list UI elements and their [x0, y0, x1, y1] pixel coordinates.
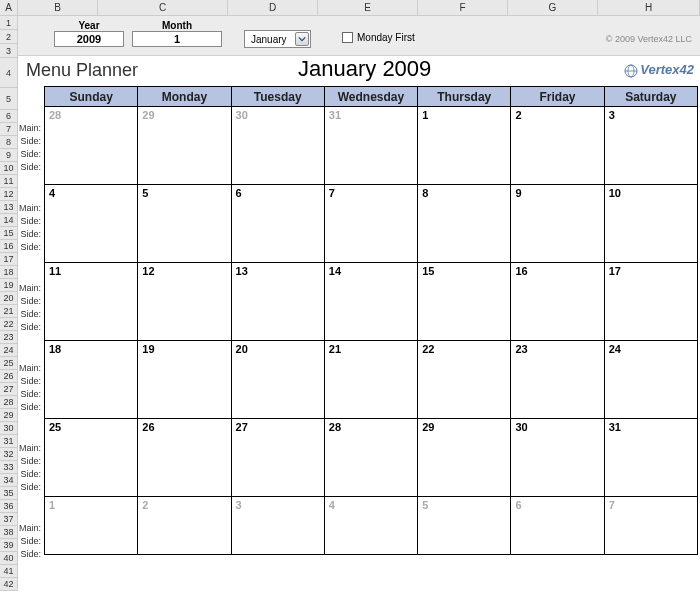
- calendar-cell[interactable]: 7: [604, 497, 697, 555]
- calendar-cell[interactable]: 27: [231, 419, 324, 497]
- calendar-cell[interactable]: 1: [45, 497, 138, 555]
- col-header-e[interactable]: E: [318, 0, 418, 15]
- row-header-16[interactable]: 16: [0, 240, 17, 253]
- row-header-42[interactable]: 42: [0, 578, 17, 591]
- row-header-30[interactable]: 30: [0, 422, 17, 435]
- calendar-cell[interactable]: 28: [45, 107, 138, 185]
- row-header-23[interactable]: 23: [0, 331, 17, 344]
- row-header-28[interactable]: 28: [0, 396, 17, 409]
- row-header-33[interactable]: 33: [0, 461, 17, 474]
- checkbox-box[interactable]: [342, 32, 353, 43]
- meal-labels: Main:Side:Side:Side:: [18, 282, 43, 334]
- calendar-cell[interactable]: 6: [231, 185, 324, 263]
- col-header-d[interactable]: D: [228, 0, 318, 15]
- calendar-cell[interactable]: 29: [138, 107, 231, 185]
- calendar-cell[interactable]: 23: [511, 341, 604, 419]
- col-header-h[interactable]: H: [598, 0, 700, 15]
- calendar-cell[interactable]: 3: [604, 107, 697, 185]
- row-header-35[interactable]: 35: [0, 487, 17, 500]
- calendar-cell[interactable]: 10: [604, 185, 697, 263]
- row-header-15[interactable]: 15: [0, 227, 17, 240]
- calendar-cell[interactable]: 22: [418, 341, 511, 419]
- calendar-cell[interactable]: 7: [324, 185, 417, 263]
- calendar-cell[interactable]: 4: [324, 497, 417, 555]
- row-header-11[interactable]: 11: [0, 175, 17, 188]
- row-header-17[interactable]: 17: [0, 253, 17, 266]
- row-header-8[interactable]: 8: [0, 136, 17, 149]
- calendar-cell[interactable]: 6: [511, 497, 604, 555]
- row-header-4[interactable]: 4: [0, 58, 17, 88]
- row-header-27[interactable]: 27: [0, 383, 17, 396]
- calendar-cell[interactable]: 21: [324, 341, 417, 419]
- calendar-cell[interactable]: 19: [138, 341, 231, 419]
- calendar-cell[interactable]: 11: [45, 263, 138, 341]
- calendar-cell[interactable]: 24: [604, 341, 697, 419]
- row-header-1[interactable]: 1: [0, 16, 17, 30]
- calendar-cell[interactable]: 14: [324, 263, 417, 341]
- row-header-5[interactable]: 5: [0, 88, 17, 110]
- calendar-cell[interactable]: 28: [324, 419, 417, 497]
- monday-first-checkbox[interactable]: Monday First: [342, 32, 415, 43]
- calendar-cell[interactable]: 31: [604, 419, 697, 497]
- calendar-cell[interactable]: 20: [231, 341, 324, 419]
- row-header-7[interactable]: 7: [0, 123, 17, 136]
- calendar-cell[interactable]: 13: [231, 263, 324, 341]
- col-header-g[interactable]: G: [508, 0, 598, 15]
- calendar-cell[interactable]: 12: [138, 263, 231, 341]
- calendar-cell[interactable]: 30: [511, 419, 604, 497]
- row-header-2[interactable]: 2: [0, 30, 17, 44]
- row-header-10[interactable]: 10: [0, 162, 17, 175]
- calendar-cell[interactable]: 15: [418, 263, 511, 341]
- col-header-f[interactable]: F: [418, 0, 508, 15]
- row-header-20[interactable]: 20: [0, 292, 17, 305]
- row-header-32[interactable]: 32: [0, 448, 17, 461]
- calendar-cell[interactable]: 18: [45, 341, 138, 419]
- month-dropdown[interactable]: January: [244, 30, 311, 48]
- calendar-cell[interactable]: 9: [511, 185, 604, 263]
- row-header-36[interactable]: 36: [0, 500, 17, 513]
- row-header-29[interactable]: 29: [0, 409, 17, 422]
- calendar-cell[interactable]: 5: [138, 185, 231, 263]
- row-header-22[interactable]: 22: [0, 318, 17, 331]
- calendar-grid[interactable]: SundayMondayTuesdayWednesdayThursdayFrid…: [44, 86, 698, 555]
- row-header-14[interactable]: 14: [0, 214, 17, 227]
- row-header-31[interactable]: 31: [0, 435, 17, 448]
- calendar-cell[interactable]: 25: [45, 419, 138, 497]
- row-header-3[interactable]: 3: [0, 44, 17, 58]
- month-input[interactable]: 1: [132, 31, 222, 47]
- calendar-cell[interactable]: 2: [138, 497, 231, 555]
- calendar-cell[interactable]: 29: [418, 419, 511, 497]
- row-header-26[interactable]: 26: [0, 370, 17, 383]
- row-header-6[interactable]: 6: [0, 110, 17, 123]
- calendar-cell[interactable]: 16: [511, 263, 604, 341]
- col-header-a[interactable]: A: [0, 0, 18, 15]
- row-header-13[interactable]: 13: [0, 201, 17, 214]
- row-header-37[interactable]: 37: [0, 513, 17, 526]
- row-header-40[interactable]: 40: [0, 552, 17, 565]
- calendar-cell[interactable]: 4: [45, 185, 138, 263]
- row-header-41[interactable]: 41: [0, 565, 17, 578]
- col-header-b[interactable]: B: [18, 0, 98, 15]
- row-header-12[interactable]: 12: [0, 188, 17, 201]
- chevron-down-icon[interactable]: [295, 32, 309, 46]
- calendar-cell[interactable]: 5: [418, 497, 511, 555]
- row-header-9[interactable]: 9: [0, 149, 17, 162]
- calendar-cell[interactable]: 3: [231, 497, 324, 555]
- calendar-cell[interactable]: 26: [138, 419, 231, 497]
- row-header-18[interactable]: 18: [0, 266, 17, 279]
- calendar-cell[interactable]: 17: [604, 263, 697, 341]
- row-header-38[interactable]: 38: [0, 526, 17, 539]
- calendar-cell[interactable]: 30: [231, 107, 324, 185]
- row-header-24[interactable]: 24: [0, 344, 17, 357]
- row-header-34[interactable]: 34: [0, 474, 17, 487]
- calendar-cell[interactable]: 8: [418, 185, 511, 263]
- row-header-25[interactable]: 25: [0, 357, 17, 370]
- row-header-19[interactable]: 19: [0, 279, 17, 292]
- calendar-cell[interactable]: 1: [418, 107, 511, 185]
- col-header-c[interactable]: C: [98, 0, 228, 15]
- row-header-39[interactable]: 39: [0, 539, 17, 552]
- row-header-21[interactable]: 21: [0, 305, 17, 318]
- year-input[interactable]: 2009: [54, 31, 124, 47]
- calendar-cell[interactable]: 2: [511, 107, 604, 185]
- calendar-cell[interactable]: 31: [324, 107, 417, 185]
